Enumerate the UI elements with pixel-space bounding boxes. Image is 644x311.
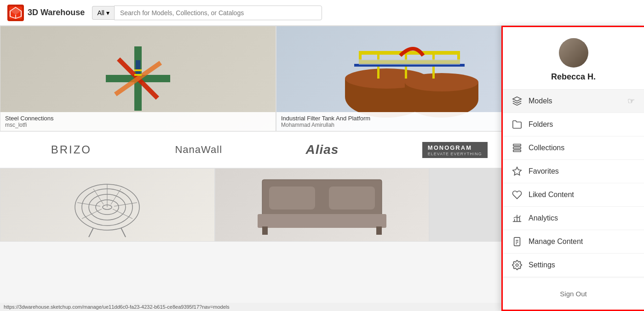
svg-rect-59 xyxy=(513,147,521,149)
svg-rect-53 xyxy=(258,214,386,228)
logo-icon xyxy=(7,5,24,21)
collections-label: Collections xyxy=(529,144,564,152)
favorites-label: Favorites xyxy=(529,167,559,175)
manage-content-label: Manage Content xyxy=(529,237,583,246)
svg-rect-55 xyxy=(329,187,375,209)
menu-list: Models ☞ Folders Collections xyxy=(503,90,644,277)
svg-line-50 xyxy=(121,228,126,237)
svg-rect-28 xyxy=(359,59,460,65)
brand-nanawall[interactable]: NanaWall xyxy=(175,144,222,156)
search-filter-label: All xyxy=(97,9,104,17)
avatar xyxy=(559,38,588,68)
svg-line-45 xyxy=(113,209,132,219)
menu-item-manage-content[interactable]: Manage Content xyxy=(503,230,644,254)
chart-icon xyxy=(512,213,522,223)
model-card-steel[interactable]: Steel Connections msc_lotfi xyxy=(0,26,276,131)
user-profile-header: Rebecca H. xyxy=(503,27,644,90)
star-icon xyxy=(512,166,522,176)
sign-out-button[interactable]: Sign Out xyxy=(512,285,635,302)
url-text: https://3dwarehouse.sketchup.com/manage/… xyxy=(4,304,230,310)
file-icon xyxy=(512,237,522,247)
menu-item-analytics[interactable]: Analytics xyxy=(503,207,644,230)
folder-icon xyxy=(512,119,522,130)
cursor-icon: ☞ xyxy=(627,96,635,106)
svg-marker-61 xyxy=(513,167,521,175)
svg-rect-56 xyxy=(262,226,268,235)
menu-item-favorites[interactable]: Favorites xyxy=(503,160,644,183)
brand-monogram[interactable]: MONOGRAM ELEVATE EVERYTHING xyxy=(422,142,488,158)
svg-rect-12 xyxy=(134,69,142,71)
menu-item-collections[interactable]: Collections xyxy=(503,136,644,160)
svg-rect-21 xyxy=(359,51,460,55)
svg-rect-11 xyxy=(136,60,140,74)
cube-icon xyxy=(512,96,522,106)
wicker-model-preview xyxy=(0,169,214,241)
brand-monogram-text: MONOGRAM xyxy=(428,144,472,151)
svg-point-69 xyxy=(516,264,518,266)
model-info-steel: Steel Connections msc_lotfi xyxy=(0,112,276,131)
model-title-steel: Steel Connections xyxy=(5,115,271,122)
folders-label: Folders xyxy=(529,120,553,129)
settings-label: Settings xyxy=(529,261,555,269)
menu-item-settings[interactable]: Settings xyxy=(503,254,644,277)
menu-item-folders[interactable]: Folders xyxy=(503,113,644,136)
search-filter-dropdown[interactable]: All ▾ xyxy=(92,6,114,20)
steel-svg xyxy=(92,37,184,120)
brand-alias[interactable]: Alias xyxy=(305,142,339,157)
model-card-bed[interactable] xyxy=(215,168,430,242)
user-name: Rebecca H. xyxy=(551,72,596,82)
industrial-svg xyxy=(331,33,497,124)
svg-rect-13 xyxy=(134,74,142,76)
analytics-label: Analytics xyxy=(529,214,558,222)
bed-model-preview xyxy=(215,169,429,241)
header: 3D Warehouse All ▾ xyxy=(0,0,644,26)
chevron-down-icon: ▾ xyxy=(106,9,109,17)
logo-title: 3D Warehouse xyxy=(28,8,85,17)
menu-item-liked-content[interactable]: Liked Content xyxy=(503,183,644,207)
models-label: Models xyxy=(529,97,552,105)
dropdown-footer: Sign Out xyxy=(503,277,644,310)
search-area: All ▾ xyxy=(92,6,322,20)
avatar-image xyxy=(559,38,588,68)
svg-point-19 xyxy=(405,73,478,91)
collection-icon xyxy=(512,143,522,153)
wicker-svg xyxy=(61,170,153,239)
menu-item-models[interactable]: Models ☞ xyxy=(503,90,644,113)
model-card-wicker[interactable] xyxy=(0,168,215,242)
search-input[interactable] xyxy=(114,6,322,20)
svg-line-49 xyxy=(89,228,93,237)
brand-brizo[interactable]: BRIZO xyxy=(51,143,92,156)
liked-content-label: Liked Content xyxy=(529,191,574,199)
user-dropdown-panel: Rebecca H. Models ☞ Folders xyxy=(501,26,644,311)
main-content: Steel Connections msc_lotfi xyxy=(0,26,644,311)
bed-svg xyxy=(253,170,391,239)
svg-line-48 xyxy=(82,209,102,219)
svg-rect-60 xyxy=(513,150,521,152)
gear-icon xyxy=(512,260,522,270)
heart-icon xyxy=(512,190,522,200)
svg-rect-58 xyxy=(513,144,521,146)
svg-rect-54 xyxy=(269,187,315,209)
model-author-steel: msc_lotfi xyxy=(5,122,271,128)
svg-rect-57 xyxy=(376,226,382,235)
svg-rect-65 xyxy=(514,237,520,246)
logo-area: 3D Warehouse xyxy=(7,5,85,21)
